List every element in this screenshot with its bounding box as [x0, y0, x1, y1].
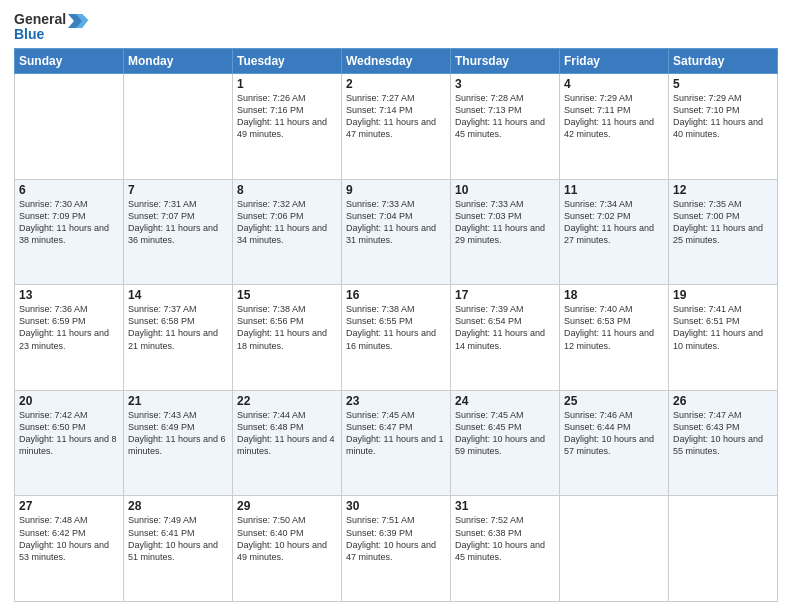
calendar-cell: 29Sunrise: 7:50 AM Sunset: 6:40 PM Dayli… [233, 496, 342, 602]
calendar-header-row: SundayMondayTuesdayWednesdayThursdayFrid… [15, 49, 778, 74]
calendar-cell: 24Sunrise: 7:45 AM Sunset: 6:45 PM Dayli… [451, 390, 560, 496]
day-info: Sunrise: 7:48 AM Sunset: 6:42 PM Dayligh… [19, 514, 119, 563]
day-info: Sunrise: 7:38 AM Sunset: 6:55 PM Dayligh… [346, 303, 446, 352]
day-info: Sunrise: 7:31 AM Sunset: 7:07 PM Dayligh… [128, 198, 228, 247]
calendar-cell: 4Sunrise: 7:29 AM Sunset: 7:11 PM Daylig… [560, 74, 669, 180]
day-info: Sunrise: 7:29 AM Sunset: 7:10 PM Dayligh… [673, 92, 773, 141]
day-number: 31 [455, 499, 555, 513]
day-info: Sunrise: 7:50 AM Sunset: 6:40 PM Dayligh… [237, 514, 337, 563]
day-info: Sunrise: 7:39 AM Sunset: 6:54 PM Dayligh… [455, 303, 555, 352]
day-number: 17 [455, 288, 555, 302]
calendar-cell: 18Sunrise: 7:40 AM Sunset: 6:53 PM Dayli… [560, 285, 669, 391]
calendar-row: 6Sunrise: 7:30 AM Sunset: 7:09 PM Daylig… [15, 179, 778, 285]
calendar-cell: 23Sunrise: 7:45 AM Sunset: 6:47 PM Dayli… [342, 390, 451, 496]
day-number: 8 [237, 183, 337, 197]
calendar-row: 27Sunrise: 7:48 AM Sunset: 6:42 PM Dayli… [15, 496, 778, 602]
day-number: 18 [564, 288, 664, 302]
day-number: 4 [564, 77, 664, 91]
calendar-cell [669, 496, 778, 602]
calendar-cell: 10Sunrise: 7:33 AM Sunset: 7:03 PM Dayli… [451, 179, 560, 285]
day-number: 23 [346, 394, 446, 408]
calendar-row: 1Sunrise: 7:26 AM Sunset: 7:16 PM Daylig… [15, 74, 778, 180]
day-number: 6 [19, 183, 119, 197]
day-info: Sunrise: 7:28 AM Sunset: 7:13 PM Dayligh… [455, 92, 555, 141]
calendar-cell: 26Sunrise: 7:47 AM Sunset: 6:43 PM Dayli… [669, 390, 778, 496]
day-info: Sunrise: 7:36 AM Sunset: 6:59 PM Dayligh… [19, 303, 119, 352]
day-info: Sunrise: 7:27 AM Sunset: 7:14 PM Dayligh… [346, 92, 446, 141]
calendar-row: 20Sunrise: 7:42 AM Sunset: 6:50 PM Dayli… [15, 390, 778, 496]
day-number: 5 [673, 77, 773, 91]
calendar-cell: 30Sunrise: 7:51 AM Sunset: 6:39 PM Dayli… [342, 496, 451, 602]
calendar-cell: 11Sunrise: 7:34 AM Sunset: 7:02 PM Dayli… [560, 179, 669, 285]
calendar-cell: 25Sunrise: 7:46 AM Sunset: 6:44 PM Dayli… [560, 390, 669, 496]
day-number: 29 [237, 499, 337, 513]
day-number: 16 [346, 288, 446, 302]
day-of-week-header: Wednesday [342, 49, 451, 74]
calendar-cell: 7Sunrise: 7:31 AM Sunset: 7:07 PM Daylig… [124, 179, 233, 285]
day-number: 1 [237, 77, 337, 91]
logo-blue-text: Blue [14, 26, 44, 42]
day-of-week-header: Sunday [15, 49, 124, 74]
calendar-cell: 1Sunrise: 7:26 AM Sunset: 7:16 PM Daylig… [233, 74, 342, 180]
calendar-cell: 31Sunrise: 7:52 AM Sunset: 6:38 PM Dayli… [451, 496, 560, 602]
day-of-week-header: Saturday [669, 49, 778, 74]
logo-wordmark: General Blue [14, 10, 88, 42]
day-info: Sunrise: 7:35 AM Sunset: 7:00 PM Dayligh… [673, 198, 773, 247]
day-number: 26 [673, 394, 773, 408]
calendar-row: 13Sunrise: 7:36 AM Sunset: 6:59 PM Dayli… [15, 285, 778, 391]
day-info: Sunrise: 7:41 AM Sunset: 6:51 PM Dayligh… [673, 303, 773, 352]
calendar-cell [15, 74, 124, 180]
calendar-cell: 13Sunrise: 7:36 AM Sunset: 6:59 PM Dayli… [15, 285, 124, 391]
logo-general-text: General [14, 11, 66, 27]
day-of-week-header: Monday [124, 49, 233, 74]
day-info: Sunrise: 7:38 AM Sunset: 6:56 PM Dayligh… [237, 303, 337, 352]
calendar-cell: 6Sunrise: 7:30 AM Sunset: 7:09 PM Daylig… [15, 179, 124, 285]
day-info: Sunrise: 7:44 AM Sunset: 6:48 PM Dayligh… [237, 409, 337, 458]
calendar-cell: 19Sunrise: 7:41 AM Sunset: 6:51 PM Dayli… [669, 285, 778, 391]
calendar-cell: 14Sunrise: 7:37 AM Sunset: 6:58 PM Dayli… [124, 285, 233, 391]
calendar-cell: 15Sunrise: 7:38 AM Sunset: 6:56 PM Dayli… [233, 285, 342, 391]
day-number: 30 [346, 499, 446, 513]
day-number: 27 [19, 499, 119, 513]
day-info: Sunrise: 7:34 AM Sunset: 7:02 PM Dayligh… [564, 198, 664, 247]
day-of-week-header: Friday [560, 49, 669, 74]
calendar-cell [124, 74, 233, 180]
day-info: Sunrise: 7:47 AM Sunset: 6:43 PM Dayligh… [673, 409, 773, 458]
calendar-cell: 8Sunrise: 7:32 AM Sunset: 7:06 PM Daylig… [233, 179, 342, 285]
day-info: Sunrise: 7:45 AM Sunset: 6:45 PM Dayligh… [455, 409, 555, 458]
day-info: Sunrise: 7:33 AM Sunset: 7:03 PM Dayligh… [455, 198, 555, 247]
day-info: Sunrise: 7:51 AM Sunset: 6:39 PM Dayligh… [346, 514, 446, 563]
day-number: 20 [19, 394, 119, 408]
day-info: Sunrise: 7:52 AM Sunset: 6:38 PM Dayligh… [455, 514, 555, 563]
day-number: 9 [346, 183, 446, 197]
calendar-cell: 22Sunrise: 7:44 AM Sunset: 6:48 PM Dayli… [233, 390, 342, 496]
day-number: 11 [564, 183, 664, 197]
day-number: 12 [673, 183, 773, 197]
day-info: Sunrise: 7:30 AM Sunset: 7:09 PM Dayligh… [19, 198, 119, 247]
day-info: Sunrise: 7:33 AM Sunset: 7:04 PM Dayligh… [346, 198, 446, 247]
calendar-table: SundayMondayTuesdayWednesdayThursdayFrid… [14, 48, 778, 602]
day-info: Sunrise: 7:46 AM Sunset: 6:44 PM Dayligh… [564, 409, 664, 458]
day-number: 21 [128, 394, 228, 408]
day-number: 7 [128, 183, 228, 197]
calendar-cell: 2Sunrise: 7:27 AM Sunset: 7:14 PM Daylig… [342, 74, 451, 180]
day-info: Sunrise: 7:29 AM Sunset: 7:11 PM Dayligh… [564, 92, 664, 141]
day-number: 3 [455, 77, 555, 91]
calendar-cell: 12Sunrise: 7:35 AM Sunset: 7:00 PM Dayli… [669, 179, 778, 285]
calendar-cell: 3Sunrise: 7:28 AM Sunset: 7:13 PM Daylig… [451, 74, 560, 180]
calendar-cell: 17Sunrise: 7:39 AM Sunset: 6:54 PM Dayli… [451, 285, 560, 391]
day-info: Sunrise: 7:45 AM Sunset: 6:47 PM Dayligh… [346, 409, 446, 458]
day-info: Sunrise: 7:43 AM Sunset: 6:49 PM Dayligh… [128, 409, 228, 458]
calendar-cell: 28Sunrise: 7:49 AM Sunset: 6:41 PM Dayli… [124, 496, 233, 602]
day-number: 10 [455, 183, 555, 197]
day-of-week-header: Thursday [451, 49, 560, 74]
day-of-week-header: Tuesday [233, 49, 342, 74]
day-number: 19 [673, 288, 773, 302]
calendar-cell: 5Sunrise: 7:29 AM Sunset: 7:10 PM Daylig… [669, 74, 778, 180]
calendar-cell: 16Sunrise: 7:38 AM Sunset: 6:55 PM Dayli… [342, 285, 451, 391]
day-info: Sunrise: 7:37 AM Sunset: 6:58 PM Dayligh… [128, 303, 228, 352]
day-info: Sunrise: 7:40 AM Sunset: 6:53 PM Dayligh… [564, 303, 664, 352]
calendar-cell: 9Sunrise: 7:33 AM Sunset: 7:04 PM Daylig… [342, 179, 451, 285]
day-info: Sunrise: 7:49 AM Sunset: 6:41 PM Dayligh… [128, 514, 228, 563]
day-info: Sunrise: 7:42 AM Sunset: 6:50 PM Dayligh… [19, 409, 119, 458]
